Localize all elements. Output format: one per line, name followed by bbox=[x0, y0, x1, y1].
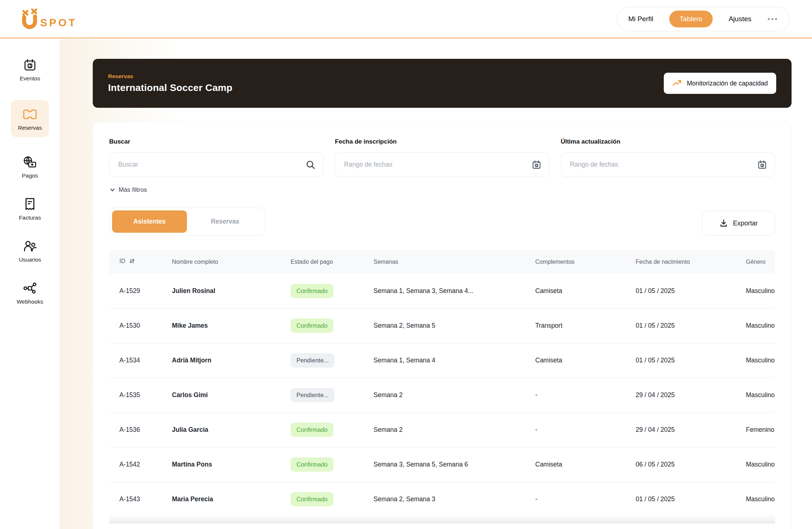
payment-status-badge: Confirmado bbox=[291, 492, 333, 506]
attendee-addons: - bbox=[535, 482, 636, 517]
sidebar: 1 Eventos Reservas Pagos bbox=[0, 39, 60, 529]
svg-text:SPOT: SPOT bbox=[40, 17, 77, 28]
main-content: Reservas International Soccer Camp Monit… bbox=[60, 39, 812, 529]
attendee-name: Martina Pons bbox=[172, 447, 291, 482]
table-row[interactable]: A-1534 Adrià Mitjorn Pendiente... Semana… bbox=[109, 343, 775, 378]
nav-settings[interactable]: Ajustes bbox=[729, 15, 751, 23]
last-update-filter-group: Última actualización 1 bbox=[561, 138, 775, 177]
attendee-birthdate: 01 / 05 / 2025 bbox=[636, 308, 746, 343]
sidebar-item-reservas[interactable]: Reservas bbox=[11, 100, 49, 137]
svg-text:1: 1 bbox=[29, 64, 31, 68]
attendee-addons: Camiseta bbox=[535, 274, 636, 308]
uspot-logo: SPOT bbox=[19, 8, 82, 30]
table-row[interactable]: A-1529 Julien Rosinal Confirmado Semana … bbox=[109, 274, 775, 308]
webhook-icon bbox=[23, 281, 37, 295]
sidebar-item-facturas[interactable]: Facturas bbox=[19, 197, 41, 221]
capacity-monitoring-label: Monitorización de capacidad bbox=[687, 80, 768, 87]
calendar-icon[interactable]: 1 bbox=[757, 160, 767, 170]
table-row[interactable]: A-1542 Martina Pons Confirmado Semana 3,… bbox=[109, 447, 775, 482]
attendee-name: Carlos Gimi bbox=[172, 378, 291, 412]
attendee-weeks: Semana 2 bbox=[374, 412, 535, 447]
attendee-name: Mike James bbox=[172, 308, 291, 343]
last-update-input[interactable] bbox=[561, 152, 775, 177]
column-id: ID bbox=[109, 250, 172, 274]
table-row[interactable]: A-1543 Maria Perecia Confirmado Semana 2… bbox=[109, 482, 775, 517]
download-icon bbox=[719, 219, 728, 228]
capacity-monitoring-button[interactable]: Monitorización de capacidad bbox=[664, 73, 776, 94]
sidebar-label: Reservas bbox=[18, 125, 42, 131]
tab-reservas[interactable]: Reservas bbox=[188, 210, 263, 233]
globe-money-icon bbox=[23, 155, 37, 169]
nav-dashboard[interactable]: Tablero bbox=[669, 11, 712, 27]
attendee-gender: Masculino bbox=[746, 447, 775, 482]
column-estado: Estado del pago bbox=[291, 250, 374, 274]
scroll-fade bbox=[109, 517, 775, 524]
column-fecha-nacimiento: Fecha de nacimiento bbox=[636, 250, 746, 274]
attendee-weeks: Semana 2 bbox=[374, 378, 535, 412]
search-icon bbox=[306, 160, 315, 170]
sidebar-item-webhooks[interactable]: Webhooks bbox=[17, 281, 43, 305]
attendee-gender: Masculino bbox=[746, 343, 775, 378]
search-label: Buscar bbox=[109, 138, 323, 145]
attendee-gender: Femenino bbox=[746, 412, 775, 447]
calendar-icon[interactable]: 1 bbox=[532, 160, 541, 170]
attendee-id: A-1542 bbox=[109, 447, 172, 482]
nav-profile[interactable]: Mi Perfil bbox=[628, 15, 654, 23]
svg-text:1: 1 bbox=[762, 164, 763, 167]
sidebar-label: Eventos bbox=[20, 75, 40, 82]
tab-asistentes[interactable]: Asistentes bbox=[112, 210, 187, 233]
attendee-addons: Camiseta bbox=[535, 343, 636, 378]
payment-status-badge: Confirmado bbox=[291, 319, 333, 333]
table-toolbar: Asistentes Reservas Exportar bbox=[109, 208, 775, 236]
attendee-id: A-1529 bbox=[109, 274, 172, 308]
attendee-weeks: Semana 3, Semana 5, Semana 6 bbox=[374, 447, 535, 482]
inscription-date-filter-group: Fecha de inscripción 1 bbox=[335, 138, 549, 177]
more-filters-toggle[interactable]: Más filtros bbox=[109, 186, 147, 194]
attendees-table-body: A-1529 Julien Rosinal Confirmado Semana … bbox=[109, 274, 775, 517]
payment-status-badge: Confirmado bbox=[291, 457, 333, 472]
last-update-label: Última actualización bbox=[561, 138, 775, 145]
export-button[interactable]: Exportar bbox=[702, 211, 775, 236]
attendee-birthdate: 29 / 04 / 2025 bbox=[636, 378, 746, 412]
top-navigation: Mi Perfil Tablero Ajustes ••• bbox=[617, 7, 790, 31]
attendee-id: A-1534 bbox=[109, 343, 172, 378]
attendee-addons: - bbox=[535, 412, 636, 447]
search-input[interactable] bbox=[109, 152, 323, 177]
sidebar-item-usuarios[interactable]: Usuarios bbox=[19, 239, 41, 263]
inscription-date-input[interactable] bbox=[335, 152, 549, 177]
more-options-icon[interactable]: ••• bbox=[767, 15, 778, 23]
attendee-name: Julia Garcia bbox=[172, 412, 291, 447]
chevron-down-icon bbox=[109, 187, 116, 193]
attendee-addons: - bbox=[535, 378, 636, 412]
attendee-weeks: Semana 2, Semana 3 bbox=[374, 482, 535, 517]
hero-eyebrow: Reservas bbox=[108, 73, 233, 80]
payment-status-badge: Pendiente... bbox=[291, 388, 334, 402]
sort-icon[interactable] bbox=[129, 259, 135, 265]
table-header: ID Nombre completo Estado del pago Seman… bbox=[109, 250, 775, 274]
attendee-gender: Masculino bbox=[746, 378, 775, 412]
attendee-name: Julien Rosinal bbox=[172, 274, 291, 308]
reservations-panel: Buscar Fecha de inscripción bbox=[93, 122, 792, 529]
attendee-gender: Masculino bbox=[746, 482, 775, 517]
attendee-id: A-1535 bbox=[109, 378, 172, 412]
sidebar-label: Pagos bbox=[22, 172, 38, 179]
export-label: Exportar bbox=[733, 220, 758, 227]
attendee-birthdate: 29 / 04 / 2025 bbox=[636, 412, 746, 447]
users-icon bbox=[23, 239, 37, 253]
attendee-id: A-1536 bbox=[109, 412, 172, 447]
attendee-weeks: Semana 1, Semana 3, Semana 4... bbox=[374, 274, 535, 308]
table-row[interactable]: A-1536 Julia Garcia Confirmado Semana 2 … bbox=[109, 412, 775, 447]
calendar-icon: 1 bbox=[23, 58, 37, 72]
attendee-weeks: Semana 1, Semana 4 bbox=[374, 343, 535, 378]
sidebar-label: Webhooks bbox=[17, 298, 43, 305]
page-title: International Soccer Camp bbox=[108, 82, 233, 94]
sidebar-item-pagos[interactable]: Pagos bbox=[22, 155, 38, 179]
attendee-birthdate: 01 / 05 / 2025 bbox=[636, 482, 746, 517]
table-row[interactable]: A-1530 Mike James Confirmado Semana 2, S… bbox=[109, 308, 775, 343]
sidebar-item-eventos[interactable]: 1 Eventos bbox=[20, 58, 40, 82]
trending-up-icon bbox=[672, 79, 682, 88]
payment-status-badge: Pendiente... bbox=[291, 353, 334, 368]
column-genero: Género bbox=[746, 250, 775, 274]
attendee-birthdate: 06 / 05 / 2025 bbox=[636, 447, 746, 482]
table-row[interactable]: A-1535 Carlos Gimi Pendiente... Semana 2… bbox=[109, 378, 775, 412]
